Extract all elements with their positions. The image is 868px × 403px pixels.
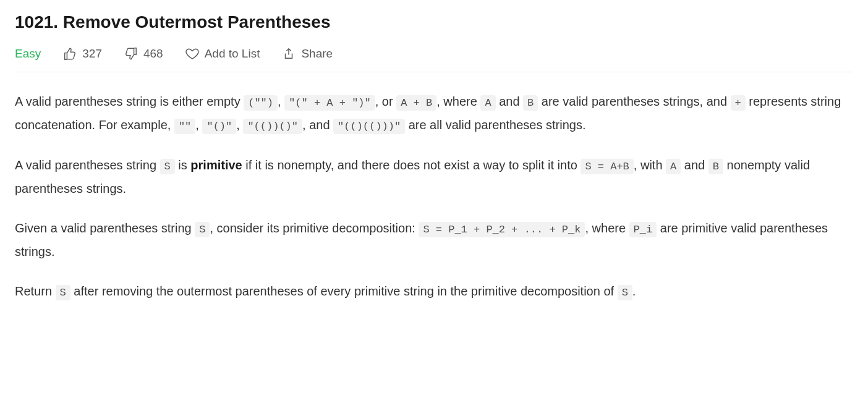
- inline-code: A: [480, 95, 495, 111]
- text: and: [496, 95, 523, 108]
- text: ,: [278, 95, 284, 108]
- add-to-list-button[interactable]: Add to List: [185, 47, 260, 61]
- inline-code: +: [731, 95, 746, 111]
- text: A valid parentheses string: [15, 158, 160, 172]
- text: , consider its primitive decomposition:: [210, 221, 419, 235]
- thumbs-down-icon: [124, 47, 138, 61]
- text-strong: primitive: [190, 158, 242, 172]
- like-count: 327: [82, 47, 102, 61]
- text: are valid parentheses strings, and: [538, 95, 730, 108]
- inline-code: S: [618, 285, 632, 300]
- inline-code: A + B: [396, 95, 436, 111]
- description-paragraph: A valid parentheses string S is primitiv…: [15, 153, 853, 200]
- text: Return: [15, 284, 56, 298]
- inline-code: S: [56, 285, 70, 300]
- like-button[interactable]: 327: [63, 47, 102, 61]
- text: A valid parentheses string is either emp…: [15, 95, 244, 108]
- text: , where: [585, 221, 629, 235]
- text: Given a valid parentheses string: [15, 221, 195, 235]
- text: ,: [236, 118, 243, 132]
- inline-code: B: [523, 95, 538, 111]
- heart-icon: [185, 47, 199, 61]
- inline-code: P_i: [629, 222, 657, 237]
- text: .: [632, 284, 636, 298]
- inline-code: (""): [244, 95, 278, 111]
- text: if it is nonempty, and there does not ex…: [242, 158, 581, 172]
- text: and: [681, 158, 708, 172]
- share-label: Share: [301, 47, 333, 61]
- inline-code: A: [666, 159, 681, 174]
- problem-description: A valid parentheses string is either emp…: [15, 90, 853, 303]
- inline-code: "(()(()))": [333, 119, 405, 134]
- text: ,: [195, 118, 202, 132]
- text: , and: [302, 118, 333, 132]
- share-button[interactable]: Share: [282, 47, 333, 61]
- share-icon: [282, 47, 296, 61]
- text: are all valid parentheses strings.: [405, 118, 585, 132]
- problem-title: 1021. Remove Outermost Parentheses: [15, 12, 853, 32]
- problem-toolbar: Easy 327 468 Add to List Share: [15, 47, 853, 72]
- text: , with: [634, 158, 666, 172]
- description-paragraph: Given a valid parentheses string S, cons…: [15, 216, 853, 263]
- inline-code: S: [195, 222, 210, 237]
- inline-code: B: [708, 159, 723, 174]
- inline-code: S = P_1 + P_2 + ... + P_k: [419, 222, 585, 237]
- text: after removing the outermost parentheses…: [70, 284, 618, 298]
- inline-code: S: [160, 159, 175, 174]
- inline-code: "(())()": [243, 119, 302, 134]
- add-to-list-label: Add to List: [205, 47, 260, 61]
- text: is: [175, 158, 191, 172]
- inline-code: "": [174, 119, 195, 134]
- inline-code: "()": [202, 119, 236, 134]
- description-paragraph: Return S after removing the outermost pa…: [15, 279, 853, 303]
- text: , where: [436, 95, 480, 108]
- dislike-count: 468: [143, 47, 163, 61]
- text: , or: [375, 95, 396, 108]
- difficulty-badge: Easy: [15, 47, 41, 61]
- inline-code: "(" + A + ")": [284, 95, 375, 111]
- thumbs-up-icon: [63, 47, 77, 61]
- description-paragraph: A valid parentheses string is either emp…: [15, 90, 853, 137]
- dislike-button[interactable]: 468: [124, 47, 163, 61]
- inline-code: S = A+B: [581, 159, 633, 174]
